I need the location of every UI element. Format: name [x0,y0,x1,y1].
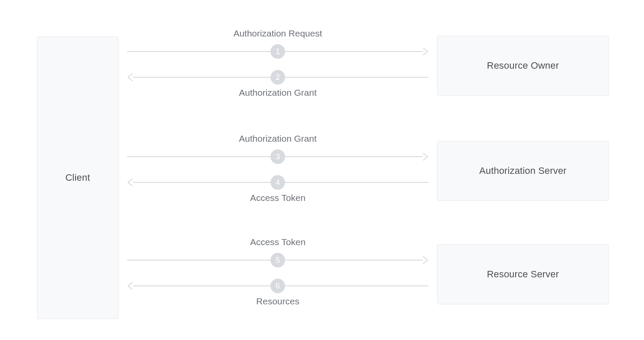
flow-step-number: 4 [276,178,280,187]
node-authorization-server: Authorization Server [437,141,609,201]
arrow-right-icon [422,152,428,162]
flow-label-5: Access Token [127,237,428,247]
node-client: Client [37,36,118,319]
flow-step-number: 5 [276,256,280,265]
node-resource-owner: Resource Owner [437,36,609,96]
arrow-left-icon [127,72,133,82]
node-resource-owner-label: Resource Owner [487,60,559,71]
flow-step-badge-3: 3 [270,149,285,164]
flow-step-badge-6: 6 [270,279,285,293]
flow-step-badge-2: 2 [270,70,285,85]
arrow-right-icon [422,46,428,57]
node-client-label: Client [65,172,90,183]
oauth-flow-diagram: Client Resource Owner Authorization Serv… [0,0,644,340]
arrow-left-icon [127,281,133,291]
flow-step-number: 2 [276,73,280,82]
flow-step-badge-1: 1 [270,44,285,59]
flow-step-badge-4: 4 [270,175,285,190]
flow-label-3: Authorization Grant [127,134,428,144]
flow-step-badge-5: 5 [270,253,285,267]
flow-label-6: Resources [127,296,428,307]
flow-label-4: Access Token [127,193,428,203]
flow-step-number: 3 [276,152,280,161]
flow-step-number: 1 [276,47,280,56]
node-authorization-server-label: Authorization Server [479,165,566,176]
flow-step-number: 6 [276,282,280,291]
flow-label-1: Authorization Request [127,28,428,39]
arrow-left-icon [127,177,133,188]
arrow-right-icon [422,255,428,265]
node-resource-server-label: Resource Server [487,269,559,280]
flow-label-2: Authorization Grant [127,88,428,98]
node-resource-server: Resource Server [437,244,609,304]
